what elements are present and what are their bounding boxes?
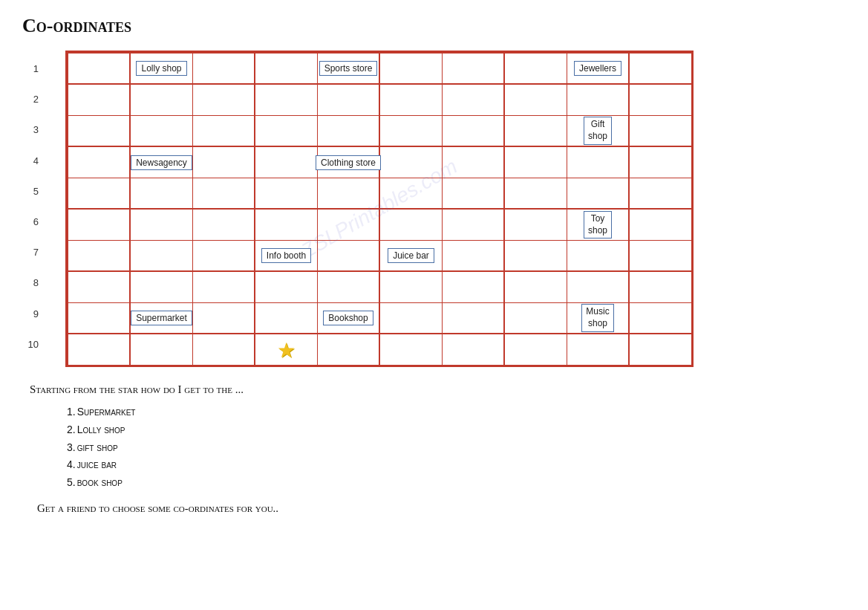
star-icon: ★: [277, 337, 296, 362]
instructions-prompt: Starting from the star how do I get to t…: [30, 383, 846, 396]
grid-cell: [505, 178, 567, 210]
grid-cell: [380, 272, 443, 303]
grid-cell: [443, 334, 505, 366]
grid-cell: [443, 178, 505, 210]
grid-cell: Lolly shop: [131, 53, 193, 85]
y-label: 9: [22, 299, 39, 329]
y-label: 5: [22, 176, 39, 207]
grid-cell: [443, 147, 505, 178]
grid-cell: [630, 303, 692, 334]
grid-cell: [255, 53, 318, 85]
grid-cell: Sports store: [318, 53, 380, 85]
grid-container: ZSLPrintables.com Lolly shopSports store…: [65, 51, 694, 367]
grid-cell: Bookshop: [318, 303, 380, 334]
grid-cell: [193, 85, 255, 116]
instructions-section: Starting from the star how do I get to t…: [30, 383, 846, 515]
grid-cell: [318, 85, 380, 116]
grid-cell: [380, 178, 443, 210]
grid-cell: [630, 241, 692, 272]
grid-cell: [131, 116, 193, 147]
grid-cell: [630, 147, 692, 178]
page-title: Co-ordinates: [22, 15, 846, 37]
grid-cell: [630, 53, 692, 85]
grid-cell: [443, 53, 505, 85]
grid-cell: [380, 210, 443, 241]
grid-cell: [630, 334, 692, 366]
grid-cell: [131, 334, 193, 366]
store-label: Musicshop: [581, 304, 613, 331]
grid-cell: [567, 147, 630, 178]
y-label: 7: [22, 237, 39, 267]
grid-cell: Toyshop: [567, 210, 630, 241]
y-label: 10: [22, 329, 39, 360]
y-label: 1: [22, 53, 39, 84]
grid-cell: [131, 241, 193, 272]
grid-cell: Newsagency: [131, 147, 193, 178]
store-label: Giftshop: [584, 117, 612, 144]
grid-cell: [68, 85, 131, 116]
grid-cell: [505, 334, 567, 366]
y-label: 6: [22, 207, 39, 237]
grid-cell: [131, 85, 193, 116]
grid-cell: [567, 272, 630, 303]
grid-cell: [68, 303, 131, 334]
y-label: 8: [22, 267, 39, 298]
grid-cell: [255, 210, 318, 241]
grid-cell: [505, 210, 567, 241]
grid-cell: [193, 272, 255, 303]
grid-cell: [131, 210, 193, 241]
grid-cell: [505, 116, 567, 147]
grid-cell: [68, 241, 131, 272]
grid-cell: [193, 303, 255, 334]
grid-cell: [443, 241, 505, 272]
y-label: 3: [22, 114, 39, 145]
grid-cell: [68, 53, 131, 85]
grid-cell: [567, 178, 630, 210]
grid-cell: [630, 272, 692, 303]
grid-cell: [318, 334, 380, 366]
grid-cell: [318, 272, 380, 303]
store-label: Supermarket: [131, 311, 192, 325]
grid-cell: [630, 210, 692, 241]
grid-cell: [68, 272, 131, 303]
instruction-item: gift shop: [67, 439, 846, 457]
grid-cell: [255, 116, 318, 147]
grid-cell: [318, 116, 380, 147]
store-label: Sports store: [319, 61, 378, 76]
grid-cell: [443, 303, 505, 334]
grid-cell: [505, 241, 567, 272]
grid-cell: Info booth: [255, 241, 318, 272]
grid-cell: [630, 178, 692, 210]
store-label: Newsagency: [131, 155, 192, 170]
grid-cell: [443, 85, 505, 116]
grid-cell: [255, 303, 318, 334]
grid-cell: [131, 272, 193, 303]
grid-cell: Giftshop: [567, 116, 630, 147]
y-label: 2: [22, 84, 39, 114]
y-label: 4: [22, 146, 39, 176]
footer-text: Get a friend to choose some co-ordinates…: [37, 502, 846, 515]
coordinate-grid-wrapper: 10987654321 ZSLPrintables.com Lolly shop…: [22, 51, 846, 367]
grid-cell: [380, 53, 443, 85]
grid-cell: [193, 241, 255, 272]
grid-cell: [68, 116, 131, 147]
grid-cell: [443, 272, 505, 303]
store-label: Lolly shop: [136, 61, 186, 76]
grid-cell: [193, 116, 255, 147]
grid-cell: [68, 210, 131, 241]
instruction-item: book shop: [67, 474, 846, 492]
grid-cell: [567, 85, 630, 116]
grid-cell: [380, 147, 443, 178]
grid-cell: [505, 303, 567, 334]
grid-cell: [193, 53, 255, 85]
grid-cell: [380, 85, 443, 116]
grid-cell: [630, 85, 692, 116]
instruction-item: Lolly shop: [67, 421, 846, 439]
grid-cell: [443, 116, 505, 147]
instruction-item: Supermarket: [67, 403, 846, 421]
instructions-list: SupermarketLolly shopgift shopjuice barb…: [67, 403, 846, 492]
grid-cell: [193, 210, 255, 241]
store-label: Juice bar: [388, 248, 434, 263]
grid-cell: [318, 210, 380, 241]
grid-cell: [255, 272, 318, 303]
